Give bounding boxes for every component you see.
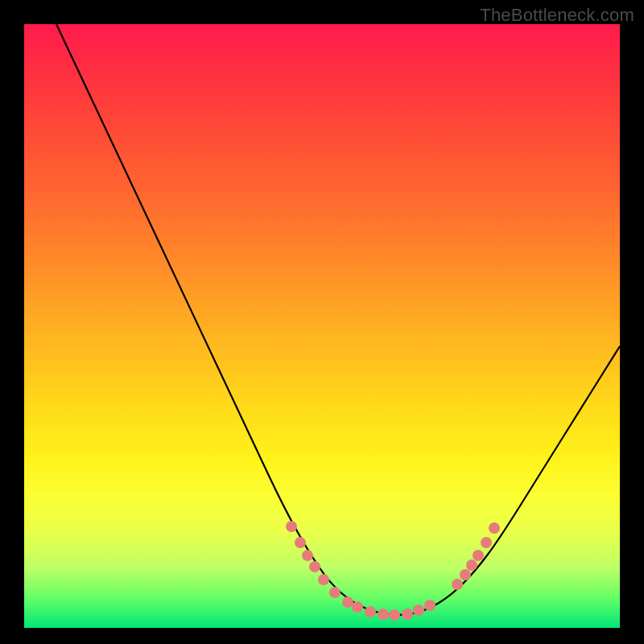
plot-area <box>24 24 620 628</box>
data-marker <box>365 606 376 617</box>
data-marker <box>309 561 320 572</box>
data-marker <box>489 522 500 534</box>
data-marker <box>389 609 400 621</box>
data-marker <box>286 521 297 532</box>
data-marker <box>342 597 353 608</box>
chart-svg <box>24 24 620 628</box>
data-marker <box>424 600 436 611</box>
data-marker <box>318 574 329 585</box>
data-marker <box>473 550 484 561</box>
data-marker <box>413 605 424 616</box>
watermark-text: TheBottleneck.com <box>480 5 634 26</box>
bottleneck-curve <box>56 24 620 615</box>
data-marker <box>402 609 413 620</box>
data-marker <box>452 579 463 590</box>
data-marker <box>481 537 492 548</box>
data-marker <box>329 587 341 598</box>
marker-group <box>286 521 500 621</box>
data-marker <box>378 609 389 620</box>
data-marker <box>302 550 313 561</box>
data-marker <box>466 559 477 571</box>
data-marker <box>460 569 471 580</box>
data-marker <box>295 537 306 548</box>
data-marker <box>352 601 363 613</box>
